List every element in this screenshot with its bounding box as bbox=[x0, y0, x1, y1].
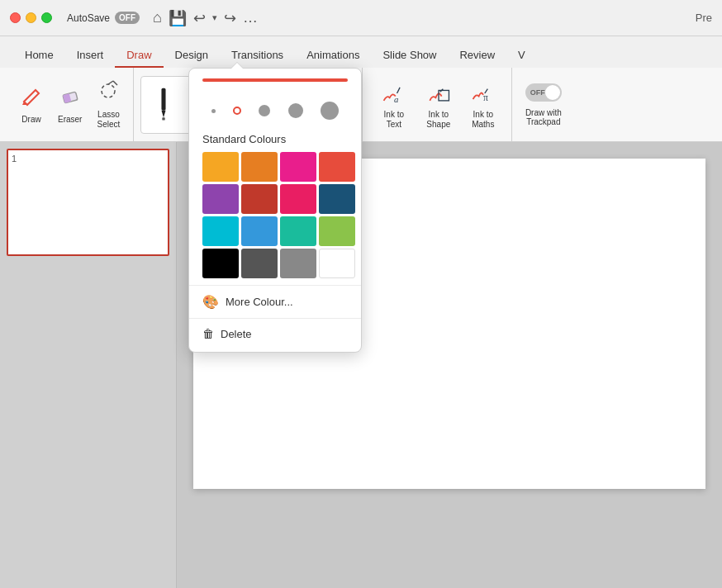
tab-draw[interactable]: Draw bbox=[115, 44, 163, 68]
colour-swatch-yellow[interactable] bbox=[202, 152, 239, 182]
lasso-button[interactable]: Lasso Select bbox=[90, 75, 126, 135]
minimize-button[interactable] bbox=[26, 12, 36, 23]
app-name: Pre bbox=[696, 12, 712, 24]
svg-marker-6 bbox=[162, 110, 166, 116]
undo-dropdown-icon[interactable]: ▾ bbox=[212, 12, 217, 23]
lasso-icon bbox=[97, 80, 119, 107]
colour-grid bbox=[189, 152, 361, 285]
delete-button[interactable]: 🗑 Delete bbox=[189, 318, 361, 349]
more-colour-button[interactable]: 🎨 More Colour... bbox=[189, 285, 361, 318]
ink-to-group: a Ink to Text Ink to Shape π Ink to Math… bbox=[366, 68, 512, 141]
undo-icon[interactable]: ↩ bbox=[193, 9, 206, 27]
trackpad-label: Draw withTrackpad bbox=[525, 108, 562, 126]
svg-text:a: a bbox=[394, 94, 398, 103]
trackpad-group: OFF Draw withTrackpad bbox=[515, 68, 572, 141]
colour-swatch-darkred[interactable] bbox=[241, 184, 278, 214]
color-preview-line bbox=[202, 78, 348, 82]
tab-design[interactable]: Design bbox=[164, 44, 220, 68]
close-button[interactable] bbox=[10, 12, 21, 23]
eraser-icon bbox=[59, 85, 81, 111]
draw-label: Draw bbox=[21, 115, 40, 125]
size-dot-md[interactable] bbox=[259, 105, 270, 116]
standard-colours-label: Standard Colours bbox=[189, 130, 361, 152]
svg-rect-5 bbox=[162, 88, 166, 110]
svg-point-2 bbox=[102, 84, 115, 97]
autosave-toggle[interactable]: OFF bbox=[115, 12, 140, 24]
ink-to-text-label: Ink to Text bbox=[384, 110, 404, 130]
slide-number: 1 bbox=[12, 154, 17, 164]
home-icon[interactable]: ⌂ bbox=[153, 9, 162, 26]
size-row bbox=[189, 98, 361, 130]
ink-to-shape-button[interactable]: Ink to Shape bbox=[417, 75, 460, 135]
size-dot-xl[interactable] bbox=[321, 102, 339, 120]
colour-swatch-green[interactable] bbox=[319, 216, 355, 246]
redo-icon[interactable]: ↪ bbox=[224, 9, 236, 27]
color-preview bbox=[189, 69, 361, 98]
toggle-off-label: OFF bbox=[530, 88, 545, 97]
ink-to-shape-icon bbox=[424, 80, 454, 107]
colour-swatch-purple[interactable] bbox=[202, 184, 239, 214]
tab-insert[interactable]: Insert bbox=[65, 44, 116, 68]
colour-swatch-black[interactable] bbox=[202, 249, 239, 278]
trackpad-toggle[interactable]: OFF Draw withTrackpad bbox=[525, 83, 562, 126]
colour-swatch-blue[interactable] bbox=[241, 216, 278, 246]
ink-to-maths-icon: π bbox=[468, 80, 498, 107]
tab-view[interactable]: V bbox=[506, 44, 537, 68]
svg-line-3 bbox=[108, 81, 113, 84]
traffic-lights bbox=[10, 12, 52, 23]
autosave-area: AutoSave OFF bbox=[67, 12, 140, 24]
colour-wheel-icon: 🎨 bbox=[202, 294, 219, 310]
more-icon[interactable]: … bbox=[243, 9, 258, 26]
svg-line-23 bbox=[397, 87, 400, 92]
toggle-switch[interactable]: OFF bbox=[525, 83, 562, 102]
colour-swatch-darkgray[interactable] bbox=[241, 249, 278, 278]
draw-tools-group: Draw Eraser Lasso Select bbox=[7, 68, 134, 141]
toggle-knob bbox=[545, 85, 560, 100]
size-dot-sm[interactable] bbox=[233, 107, 241, 115]
colour-swatch-hotpink[interactable] bbox=[280, 152, 316, 182]
colour-swatch-orange[interactable] bbox=[241, 152, 278, 182]
title-bar: AutoSave OFF ⌂ 💾 ↩ ▾ ↪ … Pre bbox=[0, 0, 722, 36]
trash-icon: 🗑 bbox=[202, 327, 214, 340]
size-dot-xs[interactable] bbox=[211, 109, 216, 113]
size-dot-lg[interactable] bbox=[288, 103, 303, 118]
delete-label: Delete bbox=[221, 328, 252, 340]
colour-swatch-navyblue[interactable] bbox=[319, 184, 355, 214]
pen-dropdown: Standard Colours 🎨 More Colour... 🗑 Dele… bbox=[188, 68, 362, 353]
ink-to-maths-label: Ink to Maths bbox=[472, 110, 494, 130]
colour-swatch-red[interactable] bbox=[319, 152, 355, 182]
colour-swatch-pink[interactable] bbox=[280, 184, 316, 214]
colour-swatch-gray[interactable] bbox=[280, 249, 316, 278]
colour-swatch-white[interactable] bbox=[319, 249, 355, 278]
svg-rect-7 bbox=[163, 117, 165, 120]
tab-slideshow[interactable]: Slide Show bbox=[371, 44, 448, 68]
colour-swatch-cyan[interactable] bbox=[202, 216, 239, 246]
more-colour-label: More Colour... bbox=[226, 296, 293, 308]
eraser-label: Eraser bbox=[58, 115, 82, 125]
tab-home[interactable]: Home bbox=[13, 44, 65, 68]
draw-button[interactable]: Draw bbox=[13, 75, 50, 135]
svg-line-4 bbox=[113, 81, 117, 85]
ink-to-text-icon: a bbox=[379, 80, 409, 107]
ink-to-shape-label: Ink to Shape bbox=[426, 110, 450, 130]
lasso-label: Lasso Select bbox=[97, 110, 121, 130]
tab-review[interactable]: Review bbox=[448, 44, 506, 68]
svg-text:π: π bbox=[483, 92, 488, 102]
ink-to-text-button[interactable]: a Ink to Text bbox=[373, 75, 416, 135]
toolbar-icons: ⌂ 💾 ↩ ▾ ↪ … bbox=[153, 9, 258, 27]
ink-to-maths-button[interactable]: π Ink to Maths bbox=[462, 75, 505, 135]
autosave-label: AutoSave bbox=[67, 12, 110, 24]
tab-animations[interactable]: Animations bbox=[295, 44, 371, 68]
save-icon[interactable]: 💾 bbox=[169, 9, 187, 27]
colour-swatch-teal[interactable] bbox=[280, 216, 316, 246]
eraser-button[interactable]: Eraser bbox=[51, 75, 88, 135]
slide-panel: 1 bbox=[0, 142, 177, 588]
maximize-button[interactable] bbox=[41, 12, 52, 23]
ribbon-tabs: Home Insert Draw Design Transitions Anim… bbox=[0, 36, 722, 68]
draw-icon bbox=[21, 85, 42, 111]
pen-black[interactable] bbox=[145, 80, 183, 130]
slide-thumbnail-1[interactable]: 1 bbox=[7, 149, 169, 256]
